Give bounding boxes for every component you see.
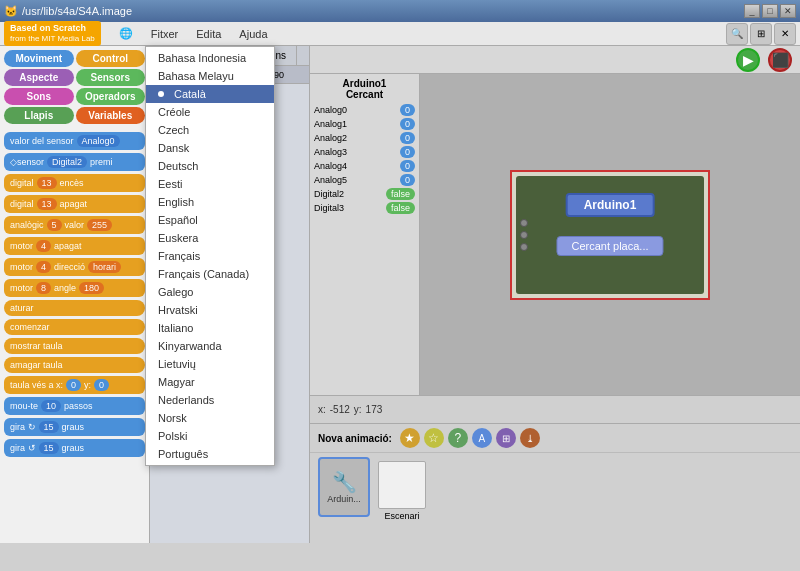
block-amagar-taula[interactable]: amagar taula bbox=[4, 357, 145, 373]
language-option[interactable]: Bahasa Melayu bbox=[146, 67, 274, 85]
block-gira-esquerra[interactable]: gira ↺ 15 graus bbox=[4, 439, 145, 457]
go-button[interactable]: ▶ bbox=[736, 48, 760, 72]
language-option[interactable]: Magyar bbox=[146, 373, 274, 391]
fitxer-menu[interactable]: Fitxer bbox=[143, 26, 187, 42]
sensor-digital3-row: Digital3 false bbox=[314, 202, 415, 214]
add-sprite-text-button[interactable]: A bbox=[472, 428, 492, 448]
language-option[interactable]: Créole bbox=[146, 103, 274, 121]
block-taula-ves[interactable]: taula vés a x: 0 y: 0 bbox=[4, 376, 145, 394]
x-coord: -512 bbox=[330, 404, 350, 415]
close-button[interactable]: ✕ bbox=[780, 4, 796, 18]
escenari-label: Escenari bbox=[384, 511, 419, 521]
language-option[interactable]: Kinyarwanda bbox=[146, 337, 274, 355]
delete-icon[interactable]: ✕ bbox=[774, 23, 796, 45]
block-mostrar-taula[interactable]: mostrar taula bbox=[4, 338, 145, 354]
block-analogic-valor[interactable]: analògic 5 valor 255 bbox=[4, 216, 145, 234]
language-option[interactable]: Eesti bbox=[146, 175, 274, 193]
arduino-sprite-thumb[interactable]: 🔧 Arduin... bbox=[318, 457, 370, 517]
add-sprite-empty-button[interactable]: ☆ bbox=[424, 428, 444, 448]
block-motor-apagat[interactable]: motor 4 apagat bbox=[4, 237, 145, 255]
sensor-analog4-value: 0 bbox=[400, 160, 415, 172]
main-layout: Moviment Control Aspecte Sensors Sons Op… bbox=[0, 46, 800, 543]
add-sprite-copy-button[interactable]: ⊞ bbox=[496, 428, 516, 448]
add-sprite-camera-button[interactable]: ? bbox=[448, 428, 468, 448]
sensor-analog5-row: Analog5 0 bbox=[314, 174, 415, 186]
language-dropdown[interactable]: Bahasa IndonesiaBahasa MelayuCatalàCréol… bbox=[145, 46, 275, 466]
logo-line1: Based on Scratch bbox=[10, 23, 95, 34]
copy-icon[interactable]: ⊞ bbox=[750, 23, 772, 45]
add-sprite-import-button[interactable]: ⤓ bbox=[520, 428, 540, 448]
add-sprite-star-button[interactable]: ★ bbox=[400, 428, 420, 448]
right-panel: ▶ ⬛ Arduino1 Cercant Analog0 0 Analog1 0 bbox=[310, 46, 800, 543]
language-option[interactable]: Français (Canada) bbox=[146, 265, 274, 283]
globe-menu-item[interactable]: 🌐 bbox=[111, 25, 141, 42]
block-motor-direccio[interactable]: motor 4 direcció horari bbox=[4, 258, 145, 276]
language-option[interactable]: Italiano bbox=[146, 319, 274, 337]
language-option[interactable]: Norsk bbox=[146, 409, 274, 427]
stop-button[interactable]: ⬛ bbox=[768, 48, 792, 72]
block-sensor-digital2[interactable]: ◇sensor Digital2 premi bbox=[4, 153, 145, 171]
block-digital-ences[interactable]: digital 13 encès bbox=[4, 174, 145, 192]
sensor-analog5-label: Analog5 bbox=[314, 175, 347, 185]
stage-content: Arduino1 Cercant Analog0 0 Analog1 0 Ana… bbox=[310, 74, 800, 395]
language-option[interactable]: Polski bbox=[146, 427, 274, 445]
language-option[interactable]: Galego bbox=[146, 283, 274, 301]
block-digital-apagat[interactable]: digital 13 apagat bbox=[4, 195, 145, 213]
cat-variables[interactable]: Variables bbox=[76, 107, 146, 124]
language-option[interactable]: Dansk bbox=[146, 139, 274, 157]
arduino-name-badge: Arduino1 bbox=[566, 193, 655, 217]
block-gira-dreta[interactable]: gira ↻ 15 graus bbox=[4, 418, 145, 436]
cat-aspecte[interactable]: Aspecte bbox=[4, 69, 74, 86]
block-sensor-analog0[interactable]: valor del sensor Analog0 bbox=[4, 132, 145, 150]
edita-menu[interactable]: Edita bbox=[188, 26, 229, 42]
sensor-analog1-row: Analog1 0 bbox=[314, 118, 415, 130]
language-option[interactable]: Català bbox=[146, 85, 274, 103]
language-option[interactable]: Português bbox=[146, 445, 274, 463]
language-option[interactable]: Euskera bbox=[146, 229, 274, 247]
minimize-button[interactable]: _ bbox=[744, 4, 760, 18]
category-tabs: Moviment Control Aspecte Sensors Sons Op… bbox=[0, 46, 149, 128]
sensor-analog4-label: Analog4 bbox=[314, 161, 347, 171]
maximize-button[interactable]: □ bbox=[762, 4, 778, 18]
sensor-analog3-label: Analog3 bbox=[314, 147, 347, 157]
language-option[interactable]: Bahasa Indonesia bbox=[146, 49, 274, 67]
block-motor-angle[interactable]: motor 8 angle 180 bbox=[4, 279, 145, 297]
cat-sons[interactable]: Sons bbox=[4, 88, 74, 105]
language-option[interactable]: Português (Brasil) bbox=[146, 463, 274, 466]
cat-sensors[interactable]: Sensors bbox=[76, 69, 146, 86]
sprites-header: Nova animació: ★ ☆ ? A ⊞ ⤓ bbox=[310, 424, 800, 453]
cat-control[interactable]: Control bbox=[76, 50, 146, 67]
language-option[interactable]: Nederlands bbox=[146, 391, 274, 409]
board-outline: Arduino1 Cercant placa... bbox=[510, 170, 710, 300]
stage-toolbar: ▶ ⬛ bbox=[310, 46, 800, 74]
sensor-analog3-value: 0 bbox=[400, 146, 415, 158]
ajuda-menu[interactable]: Ajuda bbox=[231, 26, 275, 42]
language-option[interactable]: Hrvatski bbox=[146, 301, 274, 319]
zoom-in-icon[interactable]: 🔍 bbox=[726, 23, 748, 45]
block-aturar[interactable]: aturar bbox=[4, 300, 145, 316]
arduino-panel-title: Arduino1 Cercant bbox=[314, 78, 415, 100]
language-option[interactable]: Lietuvių bbox=[146, 355, 274, 373]
escenari-thumb[interactable] bbox=[378, 461, 426, 509]
language-option[interactable]: Deutsch bbox=[146, 157, 274, 175]
language-option[interactable]: Español bbox=[146, 211, 274, 229]
y-label: y: bbox=[354, 404, 362, 415]
cat-moviment[interactable]: Moviment bbox=[4, 50, 74, 67]
sensor-analog0-label: Analog0 bbox=[314, 105, 347, 115]
sensor-analog1-label: Analog1 bbox=[314, 119, 347, 129]
sprites-panel: Nova animació: ★ ☆ ? A ⊞ ⤓ 🔧 Arduin... E… bbox=[310, 423, 800, 543]
cercant-badge: Cercant placa... bbox=[556, 236, 663, 256]
block-moute-passos[interactable]: mou-te 10 passos bbox=[4, 397, 145, 415]
title-icon: 🐱 bbox=[4, 5, 18, 18]
language-option[interactable]: Français bbox=[146, 247, 274, 265]
sensor-analog1-value: 0 bbox=[400, 118, 415, 130]
cat-operadors[interactable]: Operadors bbox=[76, 88, 146, 105]
nova-animacio-label: Nova animació: bbox=[318, 433, 392, 444]
language-option[interactable]: English bbox=[146, 193, 274, 211]
sensor-analog0-row: Analog0 0 bbox=[314, 104, 415, 116]
sensor-analog4-row: Analog4 0 bbox=[314, 160, 415, 172]
cat-llapis[interactable]: Llapis bbox=[4, 107, 74, 124]
stage-canvas: Arduino1 Cercant placa... bbox=[420, 74, 800, 395]
language-option[interactable]: Czech bbox=[146, 121, 274, 139]
block-comenzar[interactable]: comenzar bbox=[4, 319, 145, 335]
